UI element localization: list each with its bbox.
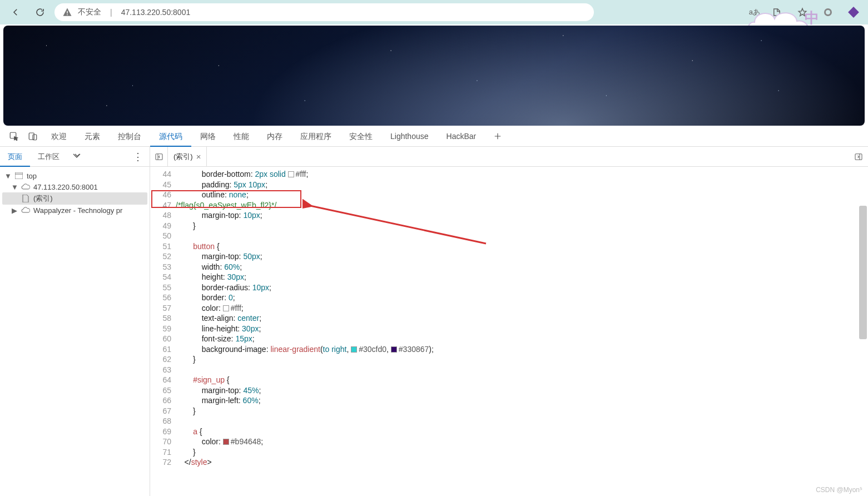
- favorite-button[interactable]: [793, 3, 811, 21]
- devtools-tab-5[interactable]: 性能: [225, 126, 258, 147]
- file-tree: ▼top ▼47.113.220.50:8001 (索引) ▶Wappalyze…: [0, 167, 150, 219]
- not-secure-icon: [62, 7, 72, 17]
- devtools-tab-4[interactable]: 网络: [191, 126, 225, 147]
- cloud-icon: [21, 182, 30, 191]
- file-icon: [21, 194, 30, 203]
- tree-top[interactable]: ▼top: [2, 170, 147, 181]
- sources-sidebar: 页面工作区 ⋮ ▼top ▼47.113.220.50:8001 (索引) ▶W…: [0, 147, 150, 496]
- back-button[interactable]: [6, 2, 26, 22]
- tree-extension[interactable]: ▶Wappalyzer - Technology pr: [2, 205, 147, 216]
- extension-icon[interactable]: [845, 3, 862, 21]
- tree-ext-label: Wappalyzer - Technology pr: [33, 206, 122, 215]
- svg-rect-1: [67, 14, 68, 16]
- not-secure-label: 不安全: [78, 7, 101, 17]
- tree-index-label: (索引): [33, 194, 53, 204]
- page-viewport[interactable]: [3, 26, 865, 126]
- translate-indicator[interactable]: aあ: [749, 7, 760, 17]
- sidebar-menu-button[interactable]: ⋮: [126, 151, 150, 163]
- devtools-tab-6[interactable]: 内存: [258, 126, 291, 147]
- devtools-tab-3[interactable]: 源代码: [150, 126, 191, 147]
- devtools-tabbar: 欢迎元素控制台源代码网络性能内存应用程序安全性LighthouseHackBar: [0, 126, 868, 147]
- address-bar[interactable]: 不安全 | 47.113.220.50:8001: [54, 3, 594, 21]
- reload-button[interactable]: [30, 2, 50, 22]
- add-tab-button[interactable]: [488, 127, 507, 146]
- file-tab-strip: (索引) ×: [150, 147, 868, 167]
- sidebar-tabs: 页面工作区 ⋮: [0, 147, 150, 167]
- sidebar-more-button[interactable]: [67, 152, 87, 161]
- tree-top-label: top: [27, 172, 37, 180]
- tree-index-file[interactable]: (索引): [2, 192, 147, 205]
- devtools-tab-0[interactable]: 欢迎: [42, 126, 76, 147]
- line-gutter: 4445464748495051525354555657585960616263…: [150, 167, 176, 470]
- read-aloud-button[interactable]: [768, 3, 786, 21]
- close-tab-button[interactable]: ×: [196, 152, 201, 161]
- devtools-tab-2[interactable]: 控制台: [109, 126, 150, 147]
- sidebar-tab-1[interactable]: 工作区: [30, 147, 67, 167]
- devtools-tab-7[interactable]: 应用程序: [291, 126, 340, 147]
- inspect-element-button[interactable]: [4, 127, 23, 146]
- svg-rect-5: [15, 172, 23, 179]
- sidebar-tab-0[interactable]: 页面: [0, 147, 30, 167]
- file-tab-label: (索引): [173, 152, 193, 162]
- svg-rect-0: [67, 11, 68, 14]
- code-content: border-bottom: 2px solid #fff; padding: …: [176, 167, 868, 470]
- svg-rect-4: [33, 135, 37, 140]
- record-icon[interactable]: [819, 3, 837, 21]
- separator: |: [110, 8, 112, 17]
- svg-rect-3: [29, 133, 34, 140]
- tree-host[interactable]: ▼47.113.220.50:8001: [2, 181, 147, 192]
- window-icon: [14, 171, 23, 180]
- devtools-tab-1[interactable]: 元素: [76, 126, 109, 147]
- watermark: CSDN @Myon⁵: [816, 486, 862, 494]
- devtools-tab-10[interactable]: HackBar: [438, 126, 485, 147]
- code-editor[interactable]: 4445464748495051525354555657585960616263…: [150, 167, 868, 496]
- cloud-icon: [21, 206, 30, 215]
- url-text: 47.113.220.50:8001: [121, 8, 191, 17]
- vertical-scrollbar[interactable]: [859, 206, 867, 339]
- file-tab-index[interactable]: (索引) ×: [168, 147, 207, 167]
- device-toolbar-button[interactable]: [23, 127, 42, 146]
- devtools-body: 页面工作区 ⋮ ▼top ▼47.113.220.50:8001 (索引) ▶W…: [0, 147, 868, 496]
- toggle-right-pane-button[interactable]: [849, 147, 868, 167]
- devtools-tab-8[interactable]: 安全性: [340, 126, 381, 147]
- devtools-tab-9[interactable]: Lighthouse: [381, 126, 438, 147]
- tree-host-label: 47.113.220.50:8001: [33, 183, 98, 191]
- toolbar-right: aあ: [749, 3, 862, 21]
- browser-toolbar: 不安全 | 47.113.220.50:8001 aあ 中 简: [0, 0, 868, 24]
- toggle-sidebar-button[interactable]: [150, 147, 168, 167]
- sources-main: (索引) × 444546474849505152535455565758596…: [150, 147, 868, 496]
